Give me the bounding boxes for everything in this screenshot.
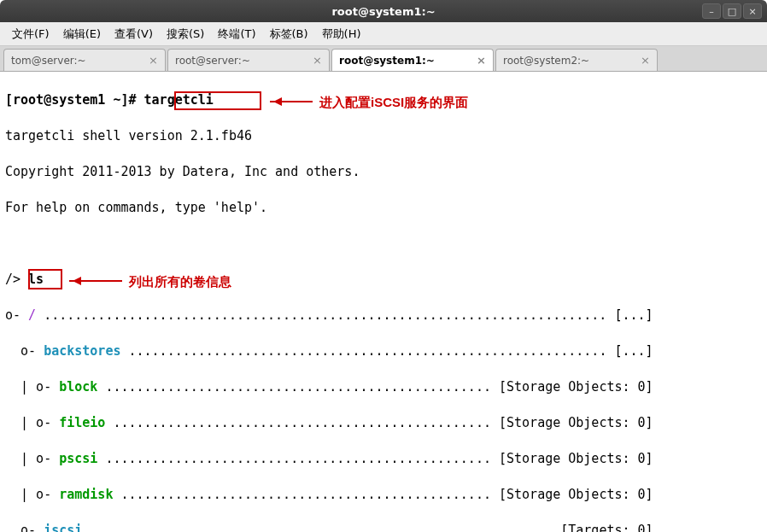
tree-backstores: o- backstores ..........................… — [5, 342, 762, 360]
tree-fileio: | o- fileio ............................… — [5, 414, 762, 432]
tab-label: root@system2:~ — [503, 55, 589, 67]
arrow-icon — [270, 101, 313, 102]
cmd-targetcli: targetcli — [144, 92, 214, 108]
tree-iscsi: o- iscsi ...............................… — [5, 522, 762, 532]
menu-help[interactable]: 帮助(H) — [315, 23, 368, 45]
tabbar: tom@server:~× root@server:~× root@system… — [0, 46, 767, 72]
tree-pscsi: | o- pscsi .............................… — [5, 450, 762, 468]
menubar: 文件(F) 编辑(E) 查看(V) 搜索(S) 终端(T) 标签(B) 帮助(H… — [0, 22, 767, 46]
window-title: root@system1:~ — [0, 5, 767, 18]
menu-terminal[interactable]: 终端(T) — [211, 23, 262, 45]
tab-tom-server[interactable]: tom@server:~× — [3, 49, 166, 71]
close-icon[interactable]: × — [313, 54, 322, 67]
tab-root-system1[interactable]: root@system1:~× — [331, 49, 494, 71]
output-line: For help on commands, type 'help'. — [5, 199, 762, 217]
output-line: Copyright 2011-2013 by Datera, Inc and o… — [5, 163, 762, 181]
output-line: targetcli shell version 2.1.fb46 — [5, 127, 762, 145]
menu-tabs[interactable]: 标签(B) — [263, 23, 315, 45]
tab-root-server[interactable]: root@server:~× — [167, 49, 330, 71]
close-icon[interactable]: × — [149, 54, 158, 67]
prompt: [root@system1 ~]# — [5, 92, 144, 108]
close-icon[interactable]: × — [477, 54, 486, 67]
maximize-button[interactable]: □ — [723, 3, 741, 19]
tree-root: o- / ...................................… — [5, 307, 762, 324]
tab-label: root@server:~ — [175, 55, 250, 67]
menu-file[interactable]: 文件(F) — [5, 23, 56, 45]
menu-search[interactable]: 搜索(S) — [160, 23, 211, 45]
window-titlebar: root@system1:~ – □ × — [0, 0, 767, 22]
menu-edit[interactable]: 编辑(E) — [56, 23, 108, 45]
menu-view[interactable]: 查看(V) — [108, 23, 160, 45]
annotation: 列出所有的卷信息 — [129, 272, 231, 290]
arrow-icon — [69, 280, 122, 282]
tab-label: root@system1:~ — [339, 55, 435, 67]
cmd-ls: ls — [28, 272, 44, 287]
tree-block: | o- block .............................… — [5, 378, 762, 396]
close-button[interactable]: × — [743, 3, 762, 19]
tree-ramdisk: | o- ramdisk ...........................… — [5, 486, 762, 504]
tab-root-system2[interactable]: root@system2:~× — [495, 49, 658, 71]
minimize-button[interactable]: – — [702, 3, 721, 19]
terminal-output[interactable]: [root@system1 ~]# targetcli 进入配置iSCSI服务的… — [0, 72, 767, 532]
close-icon[interactable]: × — [641, 54, 650, 67]
tab-label: tom@server:~ — [11, 55, 86, 67]
annotation: 进入配置iSCSI服务的界面 — [319, 93, 468, 111]
